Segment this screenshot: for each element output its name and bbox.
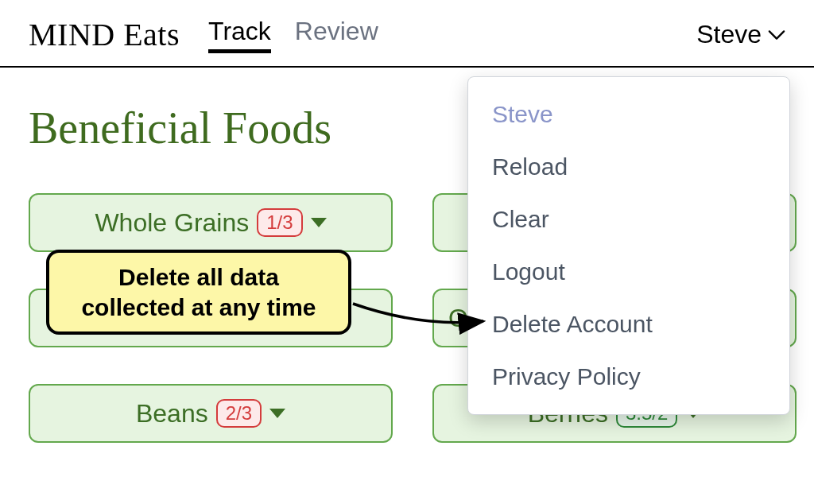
caret-down-icon: [311, 218, 327, 227]
user-name-label: Steve: [696, 20, 762, 49]
app-logo: MIND Eats: [29, 16, 180, 53]
user-menu-trigger[interactable]: Steve: [696, 20, 785, 49]
callout-annotation: Delete all data collected at any time: [46, 250, 351, 335]
arrow-icon: [350, 299, 490, 335]
caret-down-icon: [269, 409, 285, 418]
callout-text: Delete all data collected at any time: [64, 262, 334, 322]
dropdown-delete-account[interactable]: Delete Account: [468, 298, 789, 351]
score-badge: 1/3: [257, 208, 302, 237]
chevron-down-icon: [768, 29, 785, 41]
dropdown-reload[interactable]: Reload: [468, 141, 789, 193]
header: MIND Eats Track Review Steve: [0, 0, 814, 68]
food-name: Beans: [136, 399, 208, 428]
dropdown-privacy-policy[interactable]: Privacy Policy: [468, 351, 789, 403]
food-card-beans[interactable]: Beans 2/3: [29, 384, 393, 443]
nav-tabs: Track Review: [208, 17, 378, 53]
dropdown-clear[interactable]: Clear: [468, 193, 789, 246]
score-badge: 2/3: [216, 399, 262, 428]
dropdown-username: Steve: [468, 88, 789, 141]
food-name: Whole Grains: [95, 208, 249, 238]
tab-review[interactable]: Review: [295, 17, 378, 53]
tab-track[interactable]: Track: [208, 17, 271, 53]
user-dropdown: Steve Reload Clear Logout Delete Account…: [467, 76, 790, 415]
food-card-whole-grains[interactable]: Whole Grains 1/3: [29, 193, 393, 252]
dropdown-logout[interactable]: Logout: [468, 246, 789, 298]
